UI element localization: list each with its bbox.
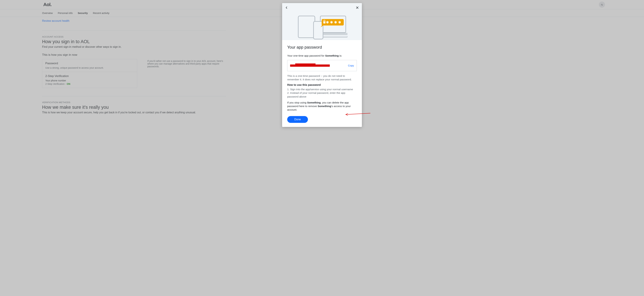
stop-using-note: If you stop using Something, you can del…	[287, 101, 357, 112]
svg-rect-3	[314, 22, 323, 39]
back-button[interactable]	[284, 6, 289, 10]
how-to-heading: How to use this password	[287, 83, 357, 87]
modal-intro: Your one-time app password for Something…	[287, 54, 357, 58]
copy-button[interactable]: Copy	[348, 64, 354, 67]
devices-illustration	[296, 15, 348, 40]
svg-rect-5	[323, 22, 326, 24]
app-password-modal: Your app password Your one-time app pass…	[282, 3, 362, 127]
modal-hero	[282, 3, 362, 40]
password-redaction	[290, 64, 330, 67]
app-password-field: Copy	[287, 60, 357, 71]
one-time-note: This is a one-time password -- you do no…	[287, 74, 357, 81]
done-button[interactable]: Done	[287, 116, 308, 123]
modal-title: Your app password	[287, 45, 357, 50]
close-icon	[356, 6, 359, 9]
chevron-left-icon	[285, 6, 288, 9]
close-button[interactable]	[355, 6, 360, 10]
svg-rect-0	[298, 16, 315, 38]
how-to-steps: 1. Sign into the app/service using your …	[287, 88, 357, 99]
